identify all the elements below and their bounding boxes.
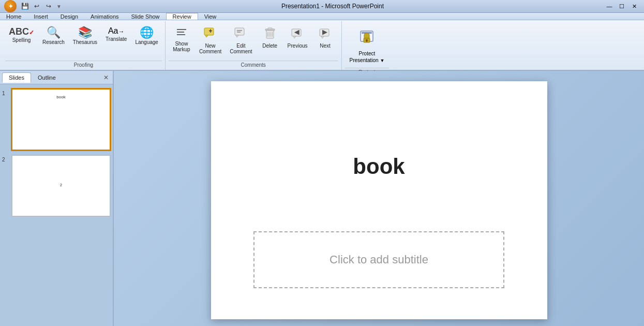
menu-animations[interactable]: Animations xyxy=(84,13,125,20)
language-icon: 🌐 xyxy=(140,27,154,38)
slide-2-text: 2 xyxy=(12,183,110,187)
close-btn[interactable]: ✕ xyxy=(628,2,640,11)
delete-button[interactable]: Delete xyxy=(257,24,283,51)
slide-thumb-2[interactable]: 2 2 xyxy=(2,155,111,217)
research-button[interactable]: 🔍 Research xyxy=(39,24,68,48)
proofing-group-label: Proofing xyxy=(5,61,162,69)
slide-canvas[interactable]: book Click to add subtitle xyxy=(211,81,547,319)
slide-main-area: book Click to add subtitle xyxy=(114,71,644,326)
spelling-label: Spelling xyxy=(12,37,31,43)
next-label: Next xyxy=(320,43,331,49)
panel-close-btn[interactable]: ✕ xyxy=(101,74,111,81)
window-controls: — ☐ ✕ xyxy=(604,2,640,11)
maximize-btn[interactable]: ☐ xyxy=(616,2,627,11)
svg-marker-21 xyxy=(321,36,324,38)
next-button[interactable]: ▶ Next xyxy=(312,24,338,51)
svg-rect-1 xyxy=(177,32,184,33)
show-markup-icon xyxy=(176,27,187,40)
previous-icon: ◀ xyxy=(291,27,304,42)
quick-access-toolbar: 💾 ↩ ↪ ▼ xyxy=(20,2,62,11)
ribbon-group-comments: ShowMarkup + NewComment xyxy=(166,21,342,70)
slide-preview-1[interactable]: book xyxy=(11,88,111,151)
menu-slideshow[interactable]: Slide Show xyxy=(125,13,166,20)
delete-label: Delete xyxy=(262,43,277,49)
comments-group-label: Comments xyxy=(169,61,338,69)
redo-quick-btn[interactable]: ↪ xyxy=(43,2,54,11)
show-markup-label: ShowMarkup xyxy=(173,41,190,52)
thesaurus-icon: 📚 xyxy=(78,27,92,38)
svg-rect-27 xyxy=(366,40,367,42)
slide-title[interactable]: book xyxy=(232,102,527,231)
edit-comment-label: EditComment xyxy=(230,43,252,54)
svg-marker-7 xyxy=(236,35,238,37)
research-label: Research xyxy=(42,39,65,45)
menu-insert[interactable]: Insert xyxy=(27,13,54,20)
show-markup-button[interactable]: ShowMarkup xyxy=(169,24,194,55)
new-comment-label: NewComment xyxy=(199,43,221,54)
translate-label: Translate xyxy=(106,36,127,42)
edit-comment-icon xyxy=(234,27,248,42)
title-bar-left: ✦ 💾 ↩ ↪ ▼ xyxy=(4,0,62,12)
thesaurus-button[interactable]: 📚 Thesaurus xyxy=(69,24,101,48)
svg-rect-6 xyxy=(235,28,244,35)
app-wrapper: ✦ 💾 ↩ ↪ ▼ Presentation1 - Microsoft Powe… xyxy=(0,0,644,326)
translate-button[interactable]: Aa→ Translate xyxy=(102,24,130,45)
window-title: Presentation1 - Microsoft PowerPoint xyxy=(62,3,604,10)
protect-presentation-button[interactable]: Protect Presentation ▼ xyxy=(345,24,390,67)
ribbon: ABC✓ Spelling 🔍 Research 📚 Thesaurus Aa→… xyxy=(0,20,644,71)
proofing-buttons: ABC✓ Spelling 🔍 Research 📚 Thesaurus Aa→… xyxy=(5,22,162,61)
slide-subtitle-box[interactable]: Click to add subtitle xyxy=(253,231,504,288)
menu-bar: Home Insert Design Animations Slide Show… xyxy=(0,13,644,20)
ribbon-group-protect: Protect Presentation ▼ Protect xyxy=(342,21,393,70)
minimize-btn[interactable]: — xyxy=(604,2,615,11)
language-button[interactable]: 🌐 Language xyxy=(131,24,162,48)
comments-buttons: ShowMarkup + NewComment xyxy=(169,22,338,61)
new-comment-icon: + xyxy=(204,27,217,42)
menu-design[interactable]: Design xyxy=(54,13,84,20)
next-icon: ▶ xyxy=(319,27,332,42)
save-quick-btn[interactable]: 💾 xyxy=(20,2,30,11)
research-icon: 🔍 xyxy=(47,27,61,38)
ribbon-group-proofing: ABC✓ Spelling 🔍 Research 📚 Thesaurus Aa→… xyxy=(2,21,166,70)
undo-quick-btn[interactable]: ↩ xyxy=(32,2,42,11)
svg-rect-0 xyxy=(177,29,186,30)
office-button[interactable]: ✦ xyxy=(4,0,17,12)
svg-rect-12 xyxy=(268,28,272,29)
protect-icon xyxy=(357,27,376,49)
left-panel: Slides Outline ✕ 1 book 2 2 xyxy=(0,71,114,326)
slide-preview-2[interactable]: 2 xyxy=(11,155,111,217)
spelling-icon: ABC✓ xyxy=(9,27,34,36)
previous-label: Previous xyxy=(288,43,308,49)
menu-review[interactable]: Review xyxy=(166,13,198,20)
svg-text:◀: ◀ xyxy=(294,28,299,36)
thesaurus-label: Thesaurus xyxy=(73,39,97,45)
spelling-button[interactable]: ABC✓ Spelling xyxy=(5,24,38,46)
slide-num-1: 1 xyxy=(2,88,8,96)
protect-dropdown-arrow: ▼ xyxy=(380,58,384,63)
protect-label: Protect Presentation ▼ xyxy=(350,50,385,64)
tab-outline[interactable]: Outline xyxy=(31,72,63,82)
svg-marker-17 xyxy=(293,36,296,38)
slide-1-text: book xyxy=(12,95,110,99)
delete-icon xyxy=(263,27,277,42)
svg-text:▶: ▶ xyxy=(322,28,327,36)
title-bar: ✦ 💾 ↩ ↪ ▼ Presentation1 - Microsoft Powe… xyxy=(0,0,644,13)
slides-container: 1 book 2 2 xyxy=(0,84,113,326)
previous-button[interactable]: ◀ Previous xyxy=(284,24,311,51)
svg-text:+: + xyxy=(208,27,212,35)
new-comment-button[interactable]: + NewComment xyxy=(196,24,225,57)
language-label: Language xyxy=(135,39,158,45)
svg-marker-4 xyxy=(205,35,208,37)
svg-rect-2 xyxy=(177,34,185,35)
slide-subtitle-placeholder: Click to add subtitle xyxy=(330,253,428,266)
translate-icon: Aa→ xyxy=(108,27,125,35)
slide-num-2: 2 xyxy=(2,155,8,162)
menu-home[interactable]: Home xyxy=(0,13,27,20)
main-content: Slides Outline ✕ 1 book 2 2 xyxy=(0,71,644,326)
slide-thumb-1[interactable]: 1 book xyxy=(2,88,111,151)
menu-view[interactable]: View xyxy=(198,13,223,20)
panel-tabs: Slides Outline ✕ xyxy=(0,71,113,84)
protect-buttons: Protect Presentation ▼ xyxy=(345,22,390,68)
tab-slides[interactable]: Slides xyxy=(2,72,31,83)
edit-comment-button[interactable]: EditComment xyxy=(226,24,256,57)
